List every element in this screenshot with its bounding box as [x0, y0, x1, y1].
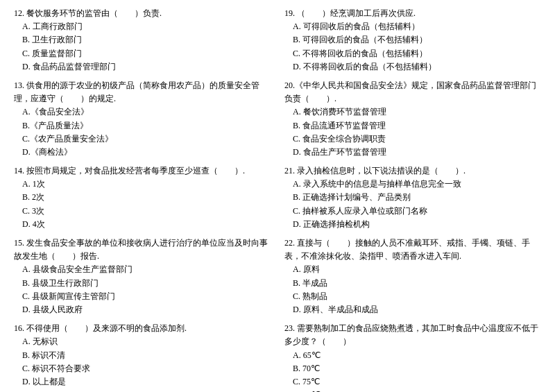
options: A. 录入系统中的信息是与抽样单信息完全一致B. 正确选择计划编号、产品类别C.…	[284, 178, 541, 231]
option: B. 半成品	[293, 277, 541, 290]
option: C. 抽样被系人应录入单位或部门名称	[293, 205, 541, 218]
option: A. 餐饮消费环节监督管理	[293, 105, 541, 119]
question-title: 22. 直接与（ ）接触的人员不准戴耳环、戒指、手镯、项链、手表，不准涂抹化妆、…	[284, 237, 541, 263]
option: D. 不得将回收后的食品（不包括辅料）	[293, 60, 541, 74]
option: B. 县级卫生行政部门	[22, 277, 271, 290]
option: C. 不得将回收后的食品（包括辅料）	[293, 47, 541, 60]
option: A. 县级食品安全生产监督部门	[22, 263, 271, 276]
question-23: 23. 需要熟制加工的食品应烧熟煮透，其加工时食品中心温度应不低于多少度？（ ）…	[284, 322, 541, 392]
options: A. 可得回收后的食品（包括辅料）B. 可得回收后的食品（不包括辅料）C. 不得…	[284, 20, 541, 74]
option: B. 卫生行政部门	[22, 33, 271, 46]
question-title: 12. 餐饮服务环节的监管由（ ）负责.	[14, 7, 271, 20]
question-19: 19. （ ）经烹调加工后再次供应. A. 可得回收后的食品（包括辅料）B. 可…	[284, 7, 541, 74]
option: C. 3次	[22, 205, 271, 218]
question-16: 16. 不得使用（ ）及来源不明的食品添加剂. A. 无标识B. 标识不清C. …	[14, 322, 271, 389]
option: C. 县级新闻宣传主管部门	[22, 290, 271, 303]
question-14: 14. 按照市局规定，对食品批发经营者每季度至少巡查（ ）. A. 1次B. 2…	[14, 164, 271, 231]
option: A. 1次	[22, 178, 271, 191]
option: B. 正确选择计划编号、产品类别	[293, 191, 541, 204]
option: B.《产品质量法》	[22, 119, 271, 133]
right-column: 19. （ ）经烹调加工后再次供应. A. 可得回收后的食品（包括辅料）B. 可…	[284, 7, 541, 392]
option: B. 可得回收后的食品（不包括辅料）	[293, 33, 541, 46]
option: B. 2次	[22, 191, 271, 204]
question-21: 21. 录入抽检信息时，以下说法措误的是（ ）. A. 录入系统中的信息是与抽样…	[284, 164, 541, 231]
option: C.《农产品质量安全法》	[22, 133, 271, 146]
option: B. 标识不清	[22, 349, 271, 362]
option: D. 80℃	[293, 389, 541, 392]
question-title: 23. 需要熟制加工的食品应烧熟煮透，其加工时食品中心温度应不低于多少度？（ ）	[284, 322, 541, 348]
option: D.《商检法》	[22, 146, 271, 159]
option: C. 标识不符合要求	[22, 362, 271, 375]
option: C. 食品安全综合协调职责	[293, 133, 541, 146]
option: D. 4次	[22, 218, 271, 231]
question-title: 14. 按照市局规定，对食品批发经营者每季度至少巡查（ ）.	[14, 164, 271, 178]
option: A. 无标识	[22, 335, 271, 348]
option: D. 以上都是	[22, 375, 271, 389]
options: A. 原料B. 半成品C. 熟制品D. 原料、半成品和成品	[284, 263, 541, 316]
option: B. 70℃	[293, 362, 541, 375]
option: D. 食品药品监督管理部门	[22, 60, 271, 74]
question-20: 20.《中华人民共和国食品安全法》规定，国家食品药品监督管理部门负责（ ）. A…	[284, 79, 541, 159]
question-15: 15. 发生食品安全事故的单位和接收病人进行治疗的单位应当及时向事故发生地（ ）…	[14, 237, 271, 316]
option: A. 65℃	[293, 349, 541, 362]
question-title: 20.《中华人民共和国食品安全法》规定，国家食品药品监督管理部门负责（ ）.	[284, 79, 541, 105]
option: C. 熟制品	[293, 290, 541, 303]
question-title: 21. 录入抽检信息时，以下说法措误的是（ ）.	[284, 164, 541, 178]
question-22: 22. 直接与（ ）接触的人员不准戴耳环、戒指、手镯、项链、手表，不准涂抹化妆、…	[284, 237, 541, 316]
option: D. 县级人民政府	[22, 303, 271, 316]
option: A. 工商行政部门	[22, 20, 271, 33]
options: A. 无标识B. 标识不清C. 标识不符合要求D. 以上都是	[14, 335, 271, 389]
option: A. 录入系统中的信息是与抽样单信息完全一致	[293, 178, 541, 191]
option: C. 质量监督部门	[22, 47, 271, 60]
question-title: 16. 不得使用（ ）及来源不明的食品添加剂.	[14, 322, 271, 335]
options: A. 1次B. 2次C. 3次D. 4次	[14, 178, 271, 231]
option: A. 可得回收后的食品（包括辅料）	[293, 20, 541, 33]
option: B. 食品流通环节监督管理	[293, 119, 541, 133]
options: A. 餐饮消费环节监督管理B. 食品流通环节监督管理C. 食品安全综合协调职责D…	[284, 105, 541, 159]
question-title: 15. 发生食品安全事故的单位和接收病人进行治疗的单位应当及时向事故发生地（ ）…	[14, 237, 271, 263]
option: D. 正确选择抽检机构	[293, 218, 541, 231]
option: D. 食品生产环节监督管理	[293, 146, 541, 159]
option: C. 75℃	[293, 375, 541, 389]
option: A.《食品安全法》	[22, 105, 271, 119]
question-12: 12. 餐饮服务环节的监管由（ ）负责. A. 工商行政部门B. 卫生行政部门C…	[14, 7, 271, 74]
left-column: 12. 餐饮服务环节的监管由（ ）负责. A. 工商行政部门B. 卫生行政部门C…	[14, 7, 271, 392]
options: A. 工商行政部门B. 卫生行政部门C. 质量监督部门D. 食品药品监督管理部门	[14, 20, 271, 74]
options: A. 县级食品安全生产监督部门B. 县级卫生行政部门C. 县级新闻宣传主管部门D…	[14, 263, 271, 316]
option: D. 原料、半成品和成品	[293, 303, 541, 316]
question-13: 13. 供食用的源于农业的初级产品（简称食用农产品）的质量安全管理，应遵守（ ）…	[14, 79, 271, 159]
question-title: 13. 供食用的源于农业的初级产品（简称食用农产品）的质量安全管理，应遵守（ ）…	[14, 79, 271, 105]
question-title: 19. （ ）经烹调加工后再次供应.	[284, 7, 541, 20]
option: A. 原料	[293, 263, 541, 276]
options: A. 65℃B. 70℃C. 75℃D. 80℃	[284, 349, 541, 393]
options: A.《食品安全法》B.《产品质量法》C.《农产品质量安全法》D.《商检法》	[14, 105, 271, 159]
